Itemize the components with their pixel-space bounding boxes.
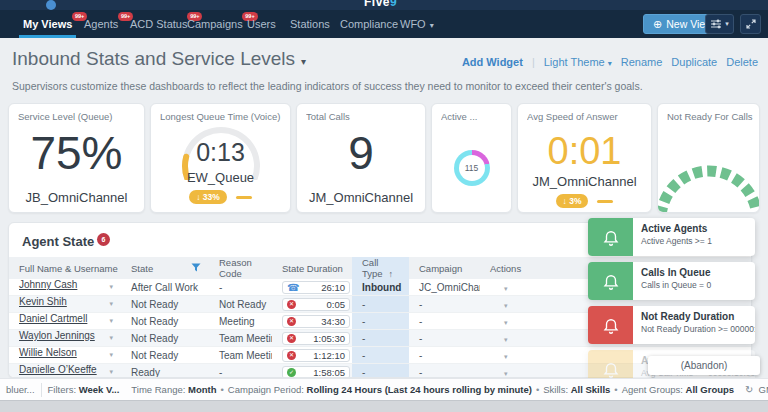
arrow-down-icon: ↓ xyxy=(563,196,567,206)
row-actions-button[interactable]: ▾ xyxy=(504,319,508,326)
toast-not-ready-duration[interactable]: Not Ready DurationNot Ready Duration >= … xyxy=(588,306,755,344)
ready-icon: ✓ xyxy=(287,368,296,377)
widget-not-ready-for-calls[interactable]: Not Ready For Calls xyxy=(657,103,760,213)
chevron-down-icon[interactable]: ▾ xyxy=(109,330,113,346)
agent-name-link[interactable]: Danielle O’Keeffe xyxy=(19,364,97,375)
duplicate-button[interactable]: Duplicate xyxy=(671,56,717,68)
widget-longest-queue-time[interactable]: Longest Queue Time (Voice) 0:13 EW_Queue… xyxy=(150,103,291,213)
nav-wfo[interactable]: WFO▾ xyxy=(400,10,434,38)
col-state-duration[interactable]: State Duration xyxy=(272,257,352,279)
alert-count-badge: 6 xyxy=(97,233,110,246)
status-bar: bluer... Filters: Week V... Time Range: … xyxy=(0,378,768,400)
col-state[interactable]: State xyxy=(121,257,209,279)
toast-calls-in-queue[interactable]: Calls In QueueCalls in Queue = 0 xyxy=(588,262,755,300)
call-type-cell: - xyxy=(352,347,409,364)
duration-value: 1:12:10 xyxy=(313,350,345,361)
nav-compliance[interactable]: Compliance xyxy=(340,10,398,38)
chevron-down-icon: ▾ xyxy=(725,20,729,28)
col-actions: Actions xyxy=(480,257,530,279)
campaign-cell: JC_OmniChannel xyxy=(409,279,480,296)
duration-value: 1:58:05 xyxy=(313,367,345,378)
chevron-down-icon[interactable]: ▾ xyxy=(109,313,113,329)
duration-box: ✓1:58:05 xyxy=(282,366,350,378)
agent-name-link[interactable]: Johnny Cash xyxy=(19,279,77,290)
widget-service-level[interactable]: Service Level (Queue) 75% JB_OmniChannel xyxy=(8,103,145,213)
service-level-value: 75% xyxy=(9,126,144,180)
dashboard-actions: Add Widget | Light Theme ▾ Rename Duplic… xyxy=(462,56,758,68)
view-options-button[interactable]: ▾ xyxy=(705,14,734,34)
row-actions-button[interactable]: ▾ xyxy=(504,353,508,360)
col-reason-code[interactable]: Reason Code xyxy=(209,257,272,279)
user-label[interactable]: bluer... xyxy=(0,384,41,395)
col-full-name[interactable]: Full Name & Username xyxy=(9,257,121,279)
widget-avg-speed-of-answer[interactable]: Avg Speed of Answer 0:01 JM_OmniChannel … xyxy=(517,103,652,213)
col-campaign[interactable]: Campaign xyxy=(409,257,480,279)
chevron-down-icon[interactable]: ▾ xyxy=(109,279,113,295)
state-cell: Ready xyxy=(121,364,209,379)
refresh-icon[interactable]: ↻ xyxy=(745,384,753,395)
duration-box: ☎26:10 xyxy=(282,281,350,294)
widget-title: Avg Speed of Answer xyxy=(527,111,645,122)
reason-cell: Not Ready xyxy=(209,296,272,313)
nav-agents[interactable]: Agents99+ xyxy=(84,10,118,38)
nav-stations[interactable]: Stations xyxy=(290,10,330,38)
widget-total-calls[interactable]: Total Calls 9 JM_OmniChannel xyxy=(296,103,426,213)
toast-active-agents[interactable]: Active AgentsActive Agents >= 1 xyxy=(588,218,755,256)
row-actions-button[interactable]: ▾ xyxy=(504,285,508,292)
bell-icon xyxy=(602,272,620,290)
widget-label: JM_OmniChannel xyxy=(297,190,425,205)
row-actions-button[interactable]: ▾ xyxy=(504,370,508,377)
top-strip: Five9 xyxy=(0,0,768,10)
row-actions-button[interactable]: ▾ xyxy=(504,302,508,309)
chevron-down-icon: ▾ xyxy=(430,21,434,30)
row-actions-button[interactable]: ▾ xyxy=(504,336,508,343)
duration-value: 34:30 xyxy=(321,316,345,327)
chevron-down-icon[interactable]: ▾ xyxy=(109,364,113,378)
toast-title: Calls In Queue xyxy=(641,267,747,278)
bell-icon xyxy=(602,228,620,246)
rename-button[interactable]: Rename xyxy=(621,56,663,68)
abandon-tooltip: (Abandon) xyxy=(648,356,760,375)
campaign-cell: - xyxy=(409,330,480,347)
widget-title: Service Level (Queue) xyxy=(18,111,138,122)
bell-icon xyxy=(602,360,620,378)
toast-severity-block xyxy=(588,218,633,256)
delta-badge: ↓ 3% xyxy=(556,194,589,208)
duration-value: 1:05:30 xyxy=(313,333,345,344)
duration-box: ✕34:30 xyxy=(282,315,350,328)
agent-name-link[interactable]: Kevin Shih xyxy=(19,296,67,307)
toast-severity-block xyxy=(588,306,633,344)
add-widget-button[interactable]: Add Widget xyxy=(462,56,523,68)
toast-condition: Not Ready Duration >= 00000:10:00 xyxy=(641,324,755,334)
filters-summary[interactable]: Filters: Week V... xyxy=(42,384,126,395)
expand-icon xyxy=(746,19,756,29)
reason-cell: Meeting xyxy=(209,313,272,330)
theme-dropdown[interactable]: Light Theme ▾ xyxy=(544,56,612,68)
agent-name-link[interactable]: Willie Nelson xyxy=(19,347,77,358)
col-call-type[interactable]: Call Type↑ xyxy=(352,257,409,279)
nav-users[interactable]: Users xyxy=(247,10,276,38)
agent-name-link[interactable]: Waylon Jennings xyxy=(19,330,95,341)
duration-box: ✕1:05:30 xyxy=(282,332,350,345)
campaign-cell: - xyxy=(409,364,480,379)
timestamp: GMT-05:00 Fri, 2/18/2022, 11:37 xyxy=(759,384,768,395)
queue-time-value: 0:13 xyxy=(151,138,290,167)
widget-label: JM_OmniChannel xyxy=(518,174,651,189)
fullscreen-button[interactable] xyxy=(740,14,761,34)
widget-active-calls[interactable]: Active ... 115 xyxy=(431,103,512,213)
arrow-down-icon: ↓ xyxy=(196,192,200,202)
not-ready-icon: ✕ xyxy=(287,334,296,343)
nav-acd-status[interactable]: ACD Status99+ xyxy=(130,10,187,38)
chevron-down-icon[interactable]: ▾ xyxy=(109,347,113,363)
active-calls-value: 115 xyxy=(459,155,485,181)
chevron-down-icon[interactable]: ▾ xyxy=(109,296,113,312)
nav-campaigns[interactable]: Campaigns99+ xyxy=(187,10,243,38)
delete-button[interactable]: Delete xyxy=(726,56,758,68)
filter-icon[interactable] xyxy=(191,263,201,273)
segmented-gauge-arc xyxy=(658,104,760,213)
nav-my-views[interactable]: My Views99+ xyxy=(23,10,72,38)
trend-dash-icon xyxy=(597,200,613,203)
page-title[interactable]: Inbound Stats and Service Levels▾ xyxy=(12,48,306,70)
widget-label: EW_Queue xyxy=(151,170,290,185)
agent-name-link[interactable]: Daniel Cartmell xyxy=(19,313,87,324)
